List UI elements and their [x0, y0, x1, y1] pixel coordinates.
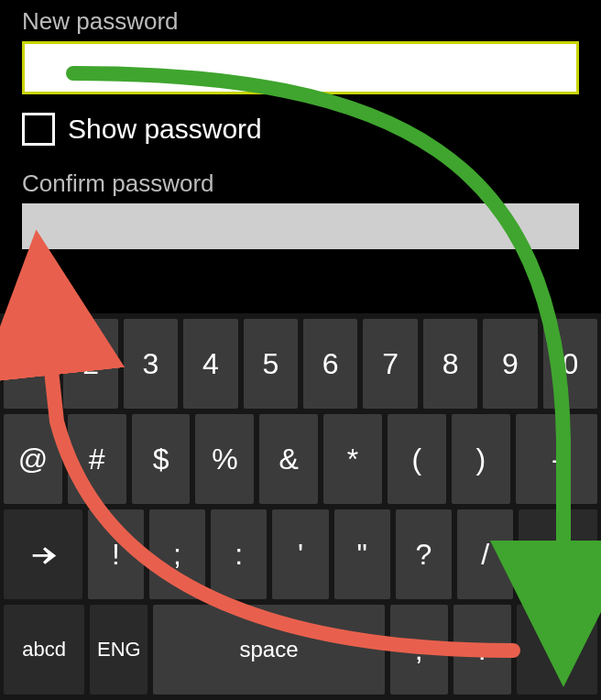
key-period[interactable]: . — [453, 605, 511, 695]
shift-key[interactable] — [4, 509, 82, 599]
keyboard-row-3: ! ; : ' " ? / — [4, 509, 597, 599]
key-4[interactable]: 4 — [183, 319, 237, 409]
key-at[interactable]: @ — [4, 414, 62, 504]
key-amp[interactable]: & — [259, 414, 318, 504]
enter-key[interactable] — [517, 605, 597, 695]
key-lparen[interactable]: ( — [388, 414, 446, 504]
key-percent[interactable]: % — [195, 414, 254, 504]
backspace-icon — [542, 539, 574, 570]
enter-icon — [541, 634, 573, 665]
key-7[interactable]: 7 — [363, 319, 417, 409]
key-quote[interactable]: " — [334, 509, 390, 599]
new-password-input[interactable] — [22, 41, 579, 94]
on-screen-keyboard: 1 2 3 4 5 6 7 8 9 0 @ # $ % & * ( ) - ! … — [0, 313, 601, 700]
key-exclaim[interactable]: ! — [88, 509, 144, 599]
space-key[interactable]: space — [153, 605, 384, 695]
keyboard-row-1: 1 2 3 4 5 6 7 8 9 0 — [4, 319, 597, 409]
key-slash[interactable]: / — [457, 509, 513, 599]
backspace-key[interactable] — [519, 509, 597, 599]
keyboard-row-4: abcd ENG space , . — [4, 605, 597, 695]
mode-switch-key[interactable]: abcd — [4, 605, 84, 695]
key-rparen[interactable]: ) — [452, 414, 510, 504]
language-key[interactable]: ENG — [90, 605, 148, 695]
key-3[interactable]: 3 — [124, 319, 178, 409]
new-password-label: New password — [22, 7, 579, 36]
key-8[interactable]: 8 — [423, 319, 477, 409]
confirm-password-label: Confirm password — [22, 170, 579, 198]
keyboard-row-2: @ # $ % & * ( ) - — [4, 414, 597, 504]
confirm-password-input[interactable] — [22, 203, 579, 249]
show-password-checkbox[interactable] — [22, 113, 55, 146]
key-hash[interactable]: # — [68, 414, 126, 504]
key-apos[interactable]: ' — [272, 509, 328, 599]
key-star[interactable]: * — [323, 414, 382, 504]
key-5[interactable]: 5 — [244, 319, 298, 409]
key-semicolon[interactable]: ; — [149, 509, 205, 599]
show-password-row[interactable]: Show password — [22, 113, 579, 146]
key-question[interactable]: ? — [396, 509, 452, 599]
key-comma[interactable]: , — [390, 605, 448, 695]
key-9[interactable]: 9 — [483, 319, 537, 409]
key-1[interactable]: 1 — [4, 319, 58, 409]
key-dash[interactable]: - — [516, 414, 597, 504]
key-colon[interactable]: : — [211, 509, 267, 599]
password-form: New password Show password Confirm passw… — [0, 0, 601, 268]
key-0[interactable]: 0 — [543, 319, 597, 409]
key-6[interactable]: 6 — [303, 319, 357, 409]
shift-arrow-icon — [27, 539, 59, 570]
key-dollar[interactable]: $ — [132, 414, 191, 504]
show-password-label: Show password — [68, 114, 262, 145]
key-2[interactable]: 2 — [63, 319, 117, 409]
